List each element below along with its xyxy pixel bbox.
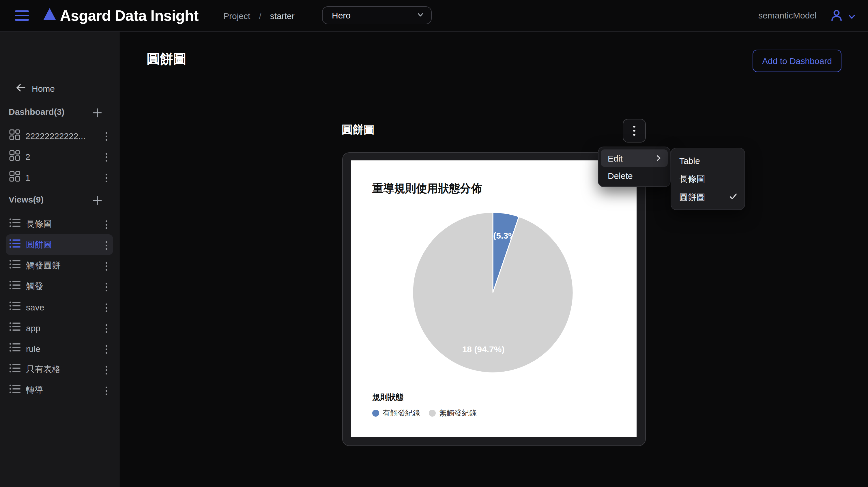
menu-item-label: Delete	[608, 170, 633, 180]
list-icon	[9, 259, 21, 272]
account-chevron-down-icon[interactable]	[847, 12, 857, 24]
sidebar-item-view[interactable]: 觸發	[6, 276, 113, 297]
logo-triangle-icon	[43, 8, 56, 20]
list-icon	[9, 321, 21, 334]
sidebar-item-dashboard[interactable]: 2	[6, 146, 113, 167]
chart-type-submenu: Table長條圖圓餅圖	[671, 148, 745, 210]
sidebar-item-view[interactable]: rule	[6, 338, 113, 359]
kebab-menu-icon[interactable]	[103, 171, 110, 184]
legend-item: 有觸發紀錄	[372, 408, 420, 418]
context-menu-item[interactable]: Edit	[601, 150, 668, 167]
legend-label: 無觸發紀錄	[439, 408, 477, 418]
sidebar-item-view[interactable]: 圓餅圖	[6, 234, 113, 255]
kebab-menu-icon[interactable]	[103, 281, 110, 293]
list-icon	[9, 384, 21, 396]
dashboard-grid-icon	[9, 150, 20, 163]
breadcrumb-project[interactable]: Project	[223, 11, 250, 21]
breadcrumb: Project / starter	[223, 0, 294, 31]
pie-slice-label: 18 (94.7%)	[462, 345, 505, 354]
kebab-menu-icon[interactable]	[103, 343, 110, 356]
dashboard-section-title: Dashboard(3)	[9, 107, 64, 117]
sidebar-item-label: 只有表格	[26, 364, 61, 375]
app-title: Asgard Data Insight	[60, 0, 198, 31]
sidebar-item-label: 轉導	[26, 385, 43, 395]
sidebar-item-label: 2	[25, 152, 30, 161]
sidebar: Home Dashboard(3) 22222222222...21 Views…	[0, 31, 120, 487]
context-menu: EditDelete	[598, 147, 671, 187]
hamburger-menu-icon[interactable]	[15, 10, 29, 21]
sidebar-item-view[interactable]: save	[6, 297, 113, 317]
kebab-menu-icon[interactable]	[103, 130, 110, 143]
back-arrow-icon	[16, 83, 26, 94]
kebab-menu-icon[interactable]	[103, 384, 110, 397]
legend-color-dot	[372, 410, 379, 417]
add-view-plus-icon[interactable]	[91, 194, 103, 206]
sidebar-item-label: app	[26, 323, 40, 333]
list-icon	[9, 218, 21, 230]
legend-color-dot	[429, 410, 436, 417]
context-menu-item[interactable]: Delete	[601, 167, 668, 184]
sidebar-item-label: rule	[26, 344, 40, 353]
breadcrumb-current[interactable]: starter	[270, 11, 294, 21]
semantic-model-label: semanticModel	[758, 0, 817, 31]
sidebar-item-dashboard[interactable]: 22222222222...	[6, 125, 113, 146]
submenu-item[interactable]: Table	[671, 151, 744, 170]
kebab-menu-icon[interactable]	[103, 322, 110, 335]
views-list: 長條圖圓餅圖觸發圓餅觸發saveapprule只有表格轉導	[0, 214, 119, 400]
kebab-menu-icon[interactable]	[103, 301, 110, 314]
list-icon	[9, 301, 21, 313]
chart-kebab-menu-button[interactable]	[623, 119, 646, 142]
kebab-menu-icon[interactable]	[103, 239, 110, 252]
legend-item: 無觸發紀錄	[429, 408, 477, 418]
dashboard-grid-icon	[9, 129, 20, 142]
submenu-item-label: 長條圖	[679, 173, 705, 184]
sidebar-home[interactable]: Home	[16, 83, 55, 94]
sidebar-item-label: 22222222222...	[25, 131, 86, 140]
kebab-menu-icon[interactable]	[103, 151, 110, 164]
chevron-down-icon	[417, 10, 424, 21]
legend-title: 規則狀態	[372, 392, 485, 403]
sidebar-item-label: 觸發	[26, 281, 43, 292]
sidebar-item-dashboard[interactable]: 1	[6, 167, 113, 188]
dashboard-section-header: Dashboard(3)	[0, 105, 119, 120]
app-window: Asgard Data Insight Project / starter He…	[0, 0, 868, 487]
dashboard-grid-icon	[9, 170, 20, 184]
views-section-title: Views(9)	[9, 194, 43, 204]
breadcrumb-separator: /	[259, 11, 261, 21]
sidebar-item-label: 長條圖	[26, 218, 52, 229]
dashboard-list: 22222222222...21	[0, 125, 119, 188]
chart-section-title: 圓餅圖	[342, 122, 375, 137]
list-icon	[9, 342, 21, 355]
list-icon	[9, 280, 21, 293]
views-section-header: Views(9)	[0, 193, 119, 208]
user-icon[interactable]	[829, 8, 844, 25]
kebab-menu-icon[interactable]	[103, 363, 110, 377]
sidebar-item-label: 1	[25, 172, 30, 182]
submenu-item[interactable]: 長條圖	[671, 170, 744, 188]
submenu-item-label: 圓餅圖	[679, 192, 705, 203]
model-dropdown[interactable]: Hero	[322, 6, 432, 24]
legend-label: 有觸發紀錄	[383, 408, 420, 418]
home-label: Home	[32, 84, 55, 94]
check-icon	[729, 192, 738, 202]
kebab-menu-icon[interactable]	[103, 218, 110, 231]
sidebar-item-view[interactable]: 長條圖	[6, 214, 113, 234]
submenu-item[interactable]: 圓餅圖	[671, 188, 744, 206]
list-icon	[9, 238, 21, 251]
sidebar-item-label: 圓餅圖	[26, 239, 52, 250]
add-to-dashboard-button[interactable]: Add to Dashboard	[752, 50, 841, 72]
kebab-menu-icon[interactable]	[103, 260, 110, 273]
sidebar-item-view[interactable]: 轉導	[6, 380, 113, 400]
add-dashboard-plus-icon[interactable]	[91, 107, 103, 118]
sidebar-item-view[interactable]: 觸發圓餅	[6, 255, 113, 276]
page-title: 圓餅圖	[147, 50, 186, 68]
sidebar-item-label: 觸發圓餅	[26, 260, 61, 271]
legend-items: 有觸發紀錄無觸發紀錄	[372, 408, 485, 418]
menu-item-label: Edit	[608, 153, 623, 163]
model-dropdown-value: Hero	[332, 10, 351, 20]
sidebar-item-view[interactable]: 只有表格	[6, 359, 113, 380]
submenu-item-label: Table	[679, 156, 700, 165]
chevron-right-icon	[655, 153, 662, 163]
sidebar-item-view[interactable]: app	[6, 317, 113, 338]
chart-legend: 規則狀態 有觸發紀錄無觸發紀錄	[372, 392, 485, 418]
